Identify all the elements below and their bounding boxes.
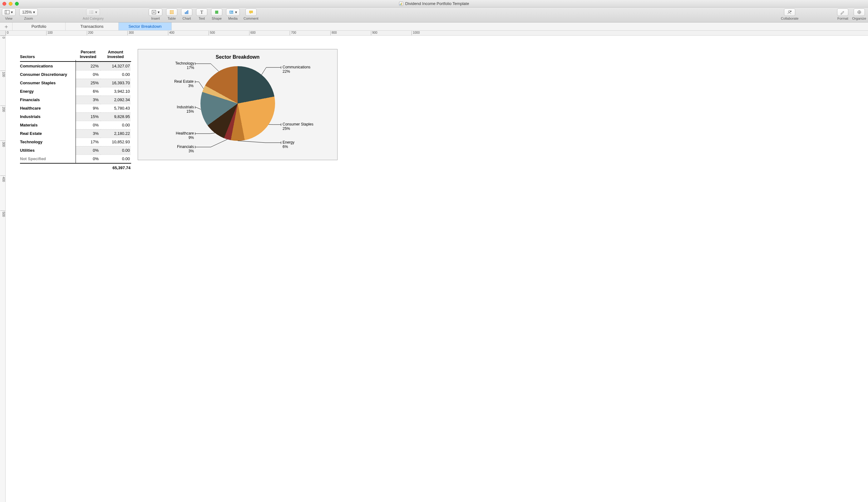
shape-label: Shape xyxy=(212,17,222,20)
window-controls xyxy=(2,2,19,6)
callout-label: Communications xyxy=(282,65,310,69)
cell-sector: Utilities xyxy=(20,148,75,153)
ruler-tick: 400 xyxy=(0,176,5,182)
insert-button[interactable]: ▾ xyxy=(148,8,162,16)
svg-point-7 xyxy=(90,12,90,12)
callout-label: Healthcare xyxy=(173,131,194,136)
cell-percent: 25% xyxy=(75,79,101,87)
cell-amount: 10,852.93 xyxy=(101,138,131,146)
insert-label: Insert xyxy=(151,17,160,20)
chevron-down-icon: ▾ xyxy=(158,10,159,14)
tab-label: Sector Breakdown xyxy=(128,24,162,29)
callout-value: 25% xyxy=(282,126,313,131)
sectors-table[interactable]: Sectors Percent Invested Amount Invested… xyxy=(20,49,131,172)
tab-transactions[interactable]: Transactions xyxy=(65,22,118,30)
add-sheet-button[interactable]: ＋ xyxy=(0,22,12,30)
collaborate-button[interactable] xyxy=(784,8,795,16)
chart-panel[interactable]: Sector Breakdown Communications 22% Cons… xyxy=(138,49,338,160)
cell-percent: 0% xyxy=(75,146,101,155)
ruler-tick: 800 xyxy=(330,31,337,35)
ruler-tick: 500 xyxy=(209,31,215,35)
organize-icon xyxy=(857,10,862,15)
toolbar: ▾ View 125% ▾ Zoom ▾ Add Category ▾Inser… xyxy=(0,8,868,22)
chart-icon xyxy=(184,10,189,15)
callout-label: Financials xyxy=(175,145,194,149)
zoom-dropdown[interactable]: 125% ▾ xyxy=(19,8,38,16)
cell-amount: 9,828.95 xyxy=(101,112,131,121)
organize-button[interactable] xyxy=(854,8,865,16)
table-label: Table xyxy=(168,17,176,20)
svg-rect-2 xyxy=(401,3,401,5)
ruler-tick: 200 xyxy=(87,31,93,35)
text-button[interactable]: T xyxy=(196,8,207,16)
callout-energy: Energy 6% xyxy=(282,140,294,149)
chevron-down-icon: ▾ xyxy=(11,10,13,14)
callout-industrials: Industrials 15% xyxy=(175,105,194,114)
cell-sector: Consumer Staples xyxy=(20,81,75,85)
view-button[interactable]: ▾ xyxy=(2,8,16,16)
zoom-label: Zoom xyxy=(24,17,33,20)
cell-amount: 0.00 xyxy=(101,70,131,79)
ruler-tick: 700 xyxy=(290,31,296,35)
svg-rect-23 xyxy=(215,11,218,14)
vertical-ruler: 0100200300400500 xyxy=(0,35,6,502)
cell-percent: 9% xyxy=(75,104,101,112)
ruler-tick: 300 xyxy=(0,140,5,147)
cell-percent: 0% xyxy=(75,121,101,129)
shape-button[interactable] xyxy=(211,8,222,16)
chevron-down-icon: ▾ xyxy=(235,10,237,14)
callout-technology: Technology 17% xyxy=(172,61,194,70)
tab-label: Transactions xyxy=(81,24,104,29)
cell-sector: Communications xyxy=(20,64,75,69)
cell-sector: Healthcare xyxy=(20,106,75,111)
close-window-button[interactable] xyxy=(2,2,6,6)
chart-button[interactable] xyxy=(181,8,192,16)
callout-value: 3% xyxy=(175,149,194,153)
callout-realestate: Real Estate 3% xyxy=(172,79,194,88)
svg-point-28 xyxy=(788,11,790,12)
pie-chart xyxy=(200,66,275,141)
ruler-tick: 0 xyxy=(6,31,9,35)
svg-rect-3 xyxy=(402,2,402,5)
cell-percent: 22% xyxy=(75,62,101,70)
tab-label: Portfolio xyxy=(32,24,46,29)
tab-portfolio[interactable]: Portfolio xyxy=(12,22,65,30)
svg-rect-1 xyxy=(400,4,400,5)
cell-percent: 0% xyxy=(75,70,101,79)
window-title-text: Dividend Income Portfolio Template xyxy=(405,1,469,6)
text-icon: T xyxy=(200,10,203,15)
svg-rect-22 xyxy=(187,10,188,14)
media-button[interactable]: ▾ xyxy=(226,8,240,16)
canvas[interactable]: Sectors Percent Invested Amount Invested… xyxy=(6,35,868,502)
cell-percent: 3% xyxy=(75,95,101,104)
callout-financials: Financials 3% xyxy=(175,145,194,154)
ruler-tick: 500 xyxy=(0,210,5,217)
text-label: Text xyxy=(199,17,205,20)
view-label: View xyxy=(5,17,12,20)
list-icon xyxy=(89,10,94,15)
window-titlebar: Dividend Income Portfolio Template xyxy=(0,0,868,8)
zoom-window-button[interactable] xyxy=(15,2,19,6)
cell-amount: 14,327.07 xyxy=(101,62,131,70)
tab-sector-breakdown[interactable]: Sector Breakdown xyxy=(118,22,172,30)
cell-amount: 0.00 xyxy=(101,146,131,155)
ruler-corner xyxy=(0,31,6,35)
cell-percent: 6% xyxy=(75,87,101,95)
comment-button[interactable] xyxy=(245,8,257,16)
svg-rect-4 xyxy=(5,10,9,14)
svg-point-8 xyxy=(90,13,90,14)
organize-label: Organize xyxy=(852,17,866,20)
minimize-window-button[interactable] xyxy=(9,2,12,6)
total-amount: 65,397.74 xyxy=(101,166,131,170)
ruler-tick: 300 xyxy=(127,31,134,35)
comment-label: Comment xyxy=(244,17,259,20)
ruler-tick: 100 xyxy=(46,31,53,35)
table-button[interactable] xyxy=(166,8,177,16)
callout-communications: Communications 22% xyxy=(282,65,310,74)
callout-value: 3% xyxy=(172,84,194,88)
svg-rect-15 xyxy=(170,10,174,14)
format-button[interactable] xyxy=(837,8,848,16)
chart-label: Chart xyxy=(183,17,191,20)
comment-icon xyxy=(249,10,254,15)
svg-point-6 xyxy=(90,11,90,11)
